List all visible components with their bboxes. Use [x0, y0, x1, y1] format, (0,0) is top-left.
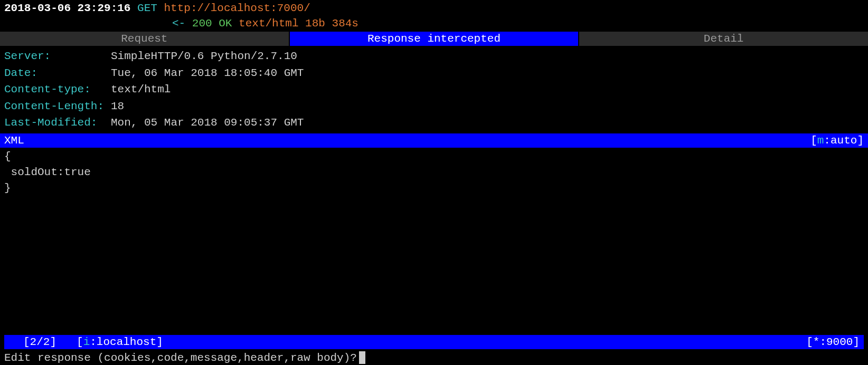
header-key: Server:: [4, 48, 111, 65]
status-code: 200: [192, 17, 212, 30]
header-key: Content-Length:: [4, 98, 111, 115]
response-headers: Server: SimpleHTTP/0.6 Python/2.7.10 Dat…: [0, 46, 868, 133]
header-row: Server: SimpleHTTP/0.6 Python/2.7.10: [4, 48, 864, 65]
tab-response[interactable]: Response intercepted: [290, 32, 579, 46]
response-duration: 384s: [332, 17, 358, 30]
http-method: GET: [137, 2, 157, 14]
body-type-bar: XML [m:auto]: [0, 133, 868, 148]
mode-indicator[interactable]: [m:auto]: [810, 135, 864, 147]
header-row: Content-type: text/html: [4, 81, 864, 98]
tab-request[interactable]: Request: [0, 32, 289, 46]
response-size: 18b: [305, 17, 325, 30]
tab-detail[interactable]: Detail: [579, 32, 868, 46]
header-value: SimpleHTTP/0.6 Python/2.7.10: [111, 48, 297, 65]
header-value: Tue, 06 Mar 2018 18:05:40 GMT: [111, 65, 304, 82]
response-arrow: <-: [172, 17, 185, 30]
header-key: Content-type:: [4, 81, 111, 98]
status-bar: [2/2] [i:localhost] [*:9000]: [4, 335, 864, 349]
body-type-label: XML: [4, 135, 24, 147]
header-row: Last-Modified: Mon, 05 Mar 2018 09:05:37…: [4, 114, 864, 131]
header-value: 18: [111, 98, 124, 115]
cursor-icon: [359, 351, 365, 364]
tabs-bar: Request Response intercepted Detail: [0, 32, 868, 46]
request-url: http://localhost:7000/: [164, 2, 310, 14]
request-line: 2018-03-06 23:29:16 GET http://localhost…: [0, 0, 868, 16]
status-text: OK: [219, 17, 232, 30]
header-value: text/html: [111, 81, 171, 98]
header-key: Date:: [4, 65, 111, 82]
header-row: Date: Tue, 06 Mar 2018 18:05:40 GMT: [4, 65, 864, 82]
flow-count: [2/2]: [23, 336, 56, 348]
header-key: Last-Modified:: [4, 114, 111, 131]
response-line: <- 200 OK text/html 18b 384s: [0, 16, 868, 31]
header-value: Mon, 05 Mar 2018 09:05:37 GMT: [111, 114, 304, 131]
prompt-text: Edit response (cookies,code,message,head…: [4, 352, 357, 364]
port-indicator: [*:9000]: [806, 336, 860, 348]
content-type: text/html: [239, 17, 298, 30]
timestamp: 2018-03-06 23:29:16: [4, 2, 130, 14]
prompt-line[interactable]: Edit response (cookies,code,message,head…: [4, 351, 365, 364]
filter-indicator: [i:localhost]: [77, 336, 163, 348]
response-body[interactable]: { soldOut:true }: [0, 148, 868, 198]
header-row: Content-Length: 18: [4, 98, 864, 115]
